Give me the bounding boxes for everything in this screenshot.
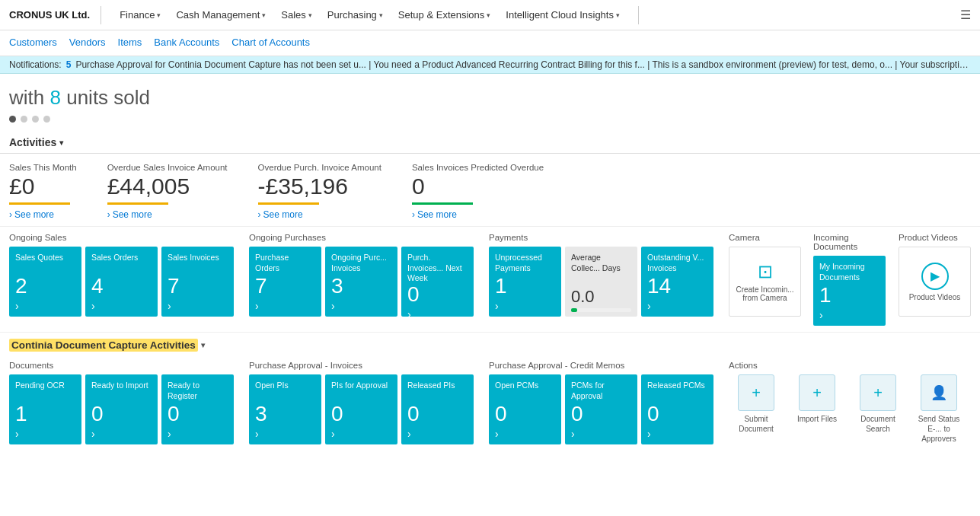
hero-dot-4[interactable] [43,116,50,123]
ongoing-purch-invoices-tile[interactable]: Ongoing Purc... Invoices 3 › [325,247,397,317]
activities-title: Activities [9,136,56,148]
hamburger-menu[interactable]: ☰ [960,8,971,22]
ready-to-register-label: Ready to Register [168,381,228,401]
my-incoming-docs-value: 1 [819,285,879,306]
activity-sales-month-label: Sales This Month [9,163,77,172]
sales-invoices-label: Sales Invoices [168,253,228,263]
avg-collect-days-tile[interactable]: Average Collec... Days 0.0 [565,247,637,317]
subnav-chart-of-accounts[interactable]: Chart of Accounts [231,37,310,56]
continia-documents-section: Documents Pending OCR 1 › Ready to Impor… [9,361,234,444]
outstanding-invoices-label: Outstanding V... Invoices [647,253,707,273]
document-search-button[interactable]: + Document Search [851,374,905,444]
open-pis-label: Open PIs [255,381,315,391]
my-incoming-docs-tile[interactable]: My Incoming Documents 1 › [813,256,886,326]
activity-predicted-overdue: Sales Invoices Predicted Overdue 0 › See… [412,163,544,220]
purchase-approval-credit-memos-title: Purchase Approval - Credit Memos [489,361,713,370]
activity-overdue-purch-value: -£35,196 [258,175,381,198]
pcms-for-approval-tile[interactable]: PCMs for Approval 0 › [565,374,637,444]
cues-main-row: Ongoing Sales Sales Quotes 2 › Sales Ord… [0,227,980,333]
incoming-docs-title: Incoming Documents [813,233,886,251]
activity-overdue-purch: Overdue Purch. Invoice Amount -£35,196 ›… [258,163,381,220]
submit-document-button[interactable]: + Submit Document [729,374,784,444]
nav-purchasing[interactable]: Purchasing ▾ [320,0,391,30]
activities-header[interactable]: Activities ▾ [0,129,980,154]
continia-title: Continia Document Capture Activities [9,339,198,352]
ready-to-import-tile[interactable]: Ready to Import 0 › [85,374,158,444]
outstanding-invoices-arrow: › [647,300,651,312]
see-more-predicted[interactable]: › See more [412,209,544,220]
purchase-approval-credit-memos-tiles: Open PCMs 0 › PCMs for Approval 0 › Rele… [489,374,713,444]
product-videos-tile[interactable]: ▶ Product Videos [899,247,971,317]
activity-overdue-purch-label: Overdue Purch. Invoice Amount [258,163,381,172]
see-more-overdue-sales[interactable]: › See more [107,209,228,220]
outstanding-invoices-tile[interactable]: Outstanding V... Invoices 14 › [641,247,713,317]
sales-invoices-tile[interactable]: Sales Invoices 7 › [161,247,234,317]
purch-invoices-next-week-tile[interactable]: Purch. Invoices... Next Week 0 › [401,247,474,317]
camera-tile[interactable]: ⊡ Create Incomin... from Camera [729,247,801,317]
see-more-overdue-purch[interactable]: › See more [258,209,381,220]
sales-orders-value: 4 [91,276,152,297]
hero-number: 8 [49,86,60,109]
released-pis-tile[interactable]: Released PIs 0 › [401,374,474,444]
released-pcms-tile[interactable]: Released PCMs 0 › [641,374,713,444]
hero-dot-1[interactable] [9,116,16,123]
continia-header[interactable]: Continia Document Capture Activities ▾ [0,333,980,356]
submit-document-label: Submit Document [729,414,784,434]
avg-collect-progress-wrap [571,308,631,312]
ongoing-purch-invoices-arrow: › [331,300,335,312]
ongoing-sales-section: Ongoing Sales Sales Quotes 2 › Sales Ord… [9,233,234,317]
pis-for-approval-tile[interactable]: PIs for Approval 0 › [325,374,397,444]
import-files-icon-box: + [799,374,835,411]
released-pis-arrow: › [407,428,411,440]
activities-row: Sales This Month £0 › See more Overdue S… [0,154,980,227]
pending-ocr-tile[interactable]: Pending OCR 1 › [9,374,81,444]
subnav-bank-accounts[interactable]: Bank Accounts [154,37,219,56]
payments-section: Payments Unprocessed Payments 1 › Averag… [489,233,713,317]
nav-sales[interactable]: Sales ▾ [273,0,320,30]
see-more-sales-month[interactable]: › See more [9,209,77,220]
sales-orders-tile[interactable]: Sales Orders 4 › [85,247,158,317]
subnav-customers[interactable]: Customers [9,37,57,56]
purchase-orders-label: Purchase Orders [255,253,315,273]
subnav-vendors[interactable]: Vendors [69,37,106,56]
import-files-label: Import Files [797,414,837,424]
ready-to-register-tile[interactable]: Ready to Register 0 › [161,374,234,444]
open-pis-tile[interactable]: Open PIs 3 › [249,374,321,444]
subnav-items[interactable]: Items [118,37,142,56]
purchase-approval-invoices-section: Purchase Approval - Invoices Open PIs 3 … [249,361,474,444]
unprocessed-payments-tile[interactable]: Unprocessed Payments 1 › [489,247,561,317]
ongoing-purchases-title: Ongoing Purchases [249,233,474,242]
ongoing-purchases-tiles: Purchase Orders 7 › Ongoing Purc... Invo… [249,247,474,317]
camera-label: Create Incomin... from Camera [736,285,794,302]
released-pis-value: 0 [407,403,468,425]
nav-divider-2 [638,6,639,24]
released-pis-label: Released PIs [407,381,468,391]
nav-cash-management[interactable]: Cash Management ▾ [168,0,273,30]
ready-to-import-value: 0 [91,403,152,425]
purchase-orders-arrow: › [255,300,259,312]
my-incoming-docs-arrow: › [819,309,823,321]
top-navigation: CRONUS UK Ltd. Finance ▾ Cash Management… [0,0,980,30]
nav-setup[interactable]: Setup & Extensions ▾ [391,0,498,30]
unprocessed-payments-value: 1 [495,276,555,297]
payments-tiles: Unprocessed Payments 1 › Average Collec.… [489,247,713,317]
purch-invoices-next-week-arrow: › [407,308,411,320]
open-pcms-tile[interactable]: Open PCMs 0 › [489,374,561,444]
purchase-approval-invoices-tiles: Open PIs 3 › PIs for Approval 0 › Releas… [249,374,474,444]
document-search-label: Document Search [851,414,905,434]
sales-quotes-tile[interactable]: Sales Quotes 2 › [9,247,81,317]
continia-docs-tiles: Pending OCR 1 › Ready to Import 0 › Read… [9,374,234,444]
send-status-button[interactable]: 👤 Send Status E-... to Approvers [911,374,966,444]
import-files-button[interactable]: + Import Files [790,374,844,444]
pis-for-approval-label: PIs for Approval [331,381,391,391]
open-pis-value: 3 [255,403,315,425]
avg-collect-days-label: Average Collec... Days [571,253,631,273]
hero-dot-2[interactable] [21,116,27,123]
purchase-orders-tile[interactable]: Purchase Orders 7 › [249,247,321,317]
nav-cloud-insights[interactable]: Intelligent Cloud Insights ▾ [498,0,627,30]
nav-finance[interactable]: Finance ▾ [112,0,168,30]
ongoing-purch-invoices-label: Ongoing Purc... Invoices [331,253,391,273]
actions-section: Actions + Submit Document + Import Files… [729,361,966,444]
open-pcms-arrow: › [495,428,499,440]
hero-dot-3[interactable] [32,116,39,123]
